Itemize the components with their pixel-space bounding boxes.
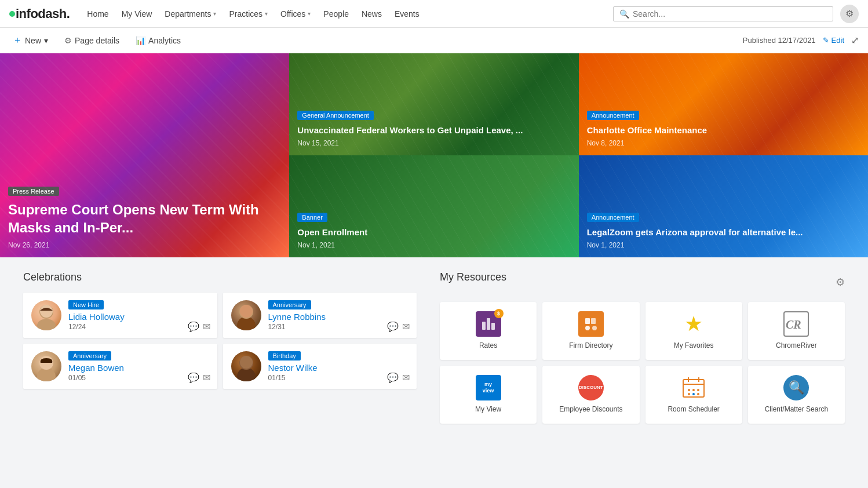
email-icon-lynne[interactable]: ✉ (402, 321, 410, 332)
nav-events[interactable]: Events (389, 0, 425, 28)
logo-text: infodash. (16, 6, 70, 21)
resource-card-room-scheduler[interactable]: Room Scheduler (645, 366, 742, 424)
rates-icon: $ (476, 311, 501, 337)
nav-my-view[interactable]: My View (116, 0, 158, 28)
rates-bars (482, 318, 495, 330)
offices-chevron-icon: ▾ (308, 10, 311, 17)
hero-polygon-overlay (0, 53, 289, 257)
nav-offices[interactable]: Offices ▾ (275, 0, 316, 28)
new-chevron-icon: ▾ (44, 36, 48, 45)
page-details-label: Page details (75, 36, 119, 45)
resource-card-my-view[interactable]: myview My View (440, 366, 537, 424)
resources-settings-icon[interactable]: ⚙ (836, 276, 845, 289)
celebration-grid: New Hire Lidia Holloway 12/24 💬 ✉ Annive… (23, 293, 417, 389)
resource-card-chromeriver[interactable]: CR ChromeRiver (748, 302, 845, 360)
avatar-megan (31, 351, 61, 381)
news-card-4[interactable]: Banner Open Enrollment Nov 1, 2021 (289, 155, 578, 257)
nav-departments[interactable]: Departments ▾ (159, 0, 222, 28)
coin-icon: $ (494, 309, 504, 318)
person-name-megan[interactable]: Megan Bowen (68, 363, 209, 373)
card-actions-nestor: 💬 ✉ (387, 372, 410, 383)
svg-point-24 (692, 393, 695, 395)
teams-icon-megan[interactable]: 💬 (188, 372, 199, 383)
svg-point-25 (697, 393, 699, 395)
nav-links: Home My View Departments ▾ Practices ▾ O… (81, 0, 613, 28)
hero-main-card[interactable]: Press Release Supreme Court Opens New Te… (0, 53, 289, 257)
teams-icon[interactable]: 💬 (188, 321, 199, 332)
room-scheduler-icon (681, 375, 706, 400)
resource-label-client-matter-search: Client/Matter Search (765, 405, 828, 414)
person-name-lynne[interactable]: Lynne Robbins (268, 312, 409, 322)
email-icon-megan[interactable]: ✉ (203, 372, 210, 383)
svg-point-22 (697, 389, 699, 391)
svg-point-20 (688, 389, 690, 391)
celebration-card-lidia: New Hire Lidia Holloway 12/24 💬 ✉ (23, 293, 217, 338)
svg-point-1 (37, 319, 56, 330)
resource-card-my-favorites[interactable]: ★ My Favorites (645, 302, 742, 360)
teams-icon-lynne[interactable]: 💬 (387, 321, 399, 332)
search-input[interactable] (633, 9, 827, 19)
card-actions-lynne: 💬 ✉ (387, 321, 410, 332)
chromeriver-icon: CR (783, 311, 809, 337)
gear-icon: ⚙ (64, 36, 72, 45)
svg-point-2 (40, 305, 53, 318)
practices-chevron-icon: ▾ (265, 10, 268, 17)
toolbar-right: Published 12/17/2021 ✎ Edit ⤢ (743, 35, 859, 46)
resource-label-my-view: My View (475, 405, 501, 414)
new-label: New (25, 36, 41, 45)
celebrations-title: Celebrations (23, 271, 417, 283)
firm-directory-icon (578, 311, 604, 337)
svg-rect-11 (585, 318, 590, 324)
edit-label: Edit (831, 36, 844, 45)
resource-label-room-scheduler: Room Scheduler (668, 405, 719, 414)
person-badge-nestor: Birthday (268, 351, 301, 360)
favorites-icon: ★ (681, 311, 706, 337)
svg-rect-12 (591, 318, 596, 324)
avatar-lynne (231, 300, 261, 330)
svg-text:CR: CR (786, 318, 801, 331)
client-matter-icon: 🔍 (783, 375, 809, 400)
nav-people[interactable]: People (318, 0, 355, 28)
resource-card-employee-discounts[interactable]: DISCOUNT Employee Discounts (542, 366, 639, 424)
resource-label-my-favorites: My Favorites (674, 341, 714, 351)
email-icon-nestor[interactable]: ✉ (402, 372, 410, 383)
my-resources-section: My Resources ⚙ $ Rates (434, 271, 845, 424)
resource-card-firm-directory[interactable]: Firm Directory (542, 302, 639, 360)
news-card-2[interactable]: General Announcement Unvaccinated Federa… (289, 53, 578, 155)
news-card-3[interactable]: Announcement Charlotte Office Maintenanc… (579, 53, 868, 155)
pencil-icon: ✎ (823, 36, 829, 45)
expand-button[interactable]: ⤢ (851, 35, 859, 46)
nav-news[interactable]: News (356, 0, 388, 28)
celebration-card-nestor: Birthday Nestor Wilke 01/15 💬 ✉ (223, 344, 417, 389)
nav-practices[interactable]: Practices ▾ (223, 0, 273, 28)
avatar-nestor (231, 351, 261, 381)
svg-point-21 (692, 389, 695, 391)
plus-icon: ＋ (13, 34, 22, 46)
celebration-card-megan: Anniversary Megan Bowen 01/05 💬 ✉ (23, 344, 217, 389)
person-badge-lynne: Anniversary (268, 300, 311, 309)
resource-card-client-matter-search[interactable]: 🔍 Client/Matter Search (748, 366, 845, 424)
chart-icon: 📊 (136, 36, 145, 45)
analytics-button[interactable]: 📊 Analytics (132, 34, 184, 48)
page-details-button[interactable]: ⚙ Page details (61, 34, 123, 48)
resources-grid: $ Rates (440, 302, 845, 424)
departments-chevron-icon: ▾ (213, 10, 216, 17)
news-card-5[interactable]: Announcement LegalZoom gets Arizona appr… (579, 155, 868, 257)
person-name-lidia[interactable]: Lidia Holloway (68, 312, 209, 322)
edit-button[interactable]: ✎ Edit (823, 36, 844, 45)
nav-home[interactable]: Home (81, 0, 114, 28)
resource-label-chromeriver: ChromeRiver (776, 341, 817, 351)
toolbar: ＋ New ▾ ⚙ Page details 📊 Analytics Publi… (0, 28, 868, 53)
logo[interactable]: infodash. (9, 6, 70, 21)
new-button[interactable]: ＋ New ▾ (9, 32, 52, 49)
email-icon[interactable]: ✉ (203, 321, 210, 332)
user-avatar-button[interactable]: ⚙ (840, 5, 859, 23)
hero-section: Press Release Supreme Court Opens New Te… (0, 53, 868, 257)
svg-point-13 (585, 326, 590, 330)
teams-icon-nestor[interactable]: 💬 (387, 372, 399, 383)
toolbar-left: ＋ New ▾ ⚙ Page details 📊 Analytics (9, 32, 184, 49)
search-bar[interactable]: 🔍 (613, 6, 833, 21)
person-name-nestor[interactable]: Nestor Wilke (268, 363, 409, 373)
svg-point-10 (240, 356, 253, 369)
resource-card-rates[interactable]: $ Rates (440, 302, 537, 360)
